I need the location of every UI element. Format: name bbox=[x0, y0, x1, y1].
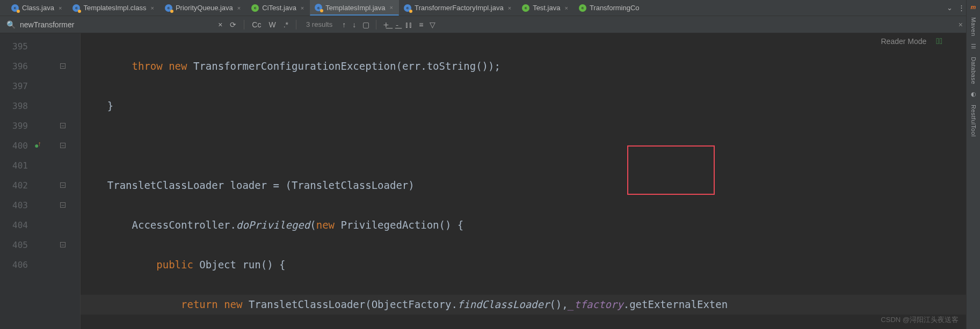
clear-search-icon[interactable]: × bbox=[218, 20, 222, 29]
database-icon[interactable]: ☰ bbox=[970, 43, 977, 50]
line-number: 400 bbox=[0, 136, 33, 156]
fold-start-icon[interactable]: – bbox=[60, 123, 66, 128]
java-class-icon: c bbox=[579, 4, 586, 12]
fold-end-icon[interactable]: – bbox=[60, 202, 66, 208]
tab-label: PriorityQueue.java bbox=[176, 4, 233, 12]
tab-label: TransformerFactoryImpl.java bbox=[415, 4, 504, 12]
line-number: 402 bbox=[0, 176, 33, 195]
editor: 395 396 397 398 399 400 401 402 403 404 … bbox=[0, 33, 980, 329]
tab-citest[interactable]: c CiTest.java × bbox=[246, 0, 310, 16]
tab-transformerfactoryimpl[interactable]: c TransformerFactoryImpl.java × bbox=[399, 0, 517, 16]
tab-label: Class.java bbox=[22, 4, 54, 12]
remove-selection-icon[interactable]: -͟ bbox=[396, 20, 398, 29]
whole-word-button[interactable]: W bbox=[268, 20, 275, 29]
reader-mode-label: Reader Mode bbox=[881, 37, 926, 46]
more-icon[interactable]: ⋮ bbox=[958, 4, 965, 12]
separator bbox=[296, 20, 296, 30]
maven-tool[interactable]: Maven bbox=[970, 17, 977, 36]
history-icon[interactable]: ⟳ bbox=[230, 20, 236, 29]
regex-button[interactable]: .* bbox=[284, 20, 288, 29]
line-number: 404 bbox=[0, 215, 33, 235]
fold-start-icon[interactable]: – bbox=[60, 143, 66, 148]
separator bbox=[244, 20, 244, 30]
tab-label: TransformingCo bbox=[590, 4, 640, 12]
close-icon[interactable]: × bbox=[236, 5, 242, 11]
restfultool-tool[interactable]: RestfulTool bbox=[970, 105, 977, 137]
line-number: 406 bbox=[0, 255, 33, 275]
find-bar: 🔍 × ⟳ Cc W .* 3 results ↑ ↓ ▢ +͟ -͟ ⫿⫿ ≡… bbox=[0, 16, 980, 33]
override-icon[interactable]: ● bbox=[34, 136, 42, 156]
reader-mode-toggle[interactable]: Reader Mode ✓⃝ bbox=[881, 36, 942, 46]
line-number: 398 bbox=[0, 96, 33, 116]
prev-match-icon[interactable]: ↑ bbox=[342, 20, 346, 29]
search-input[interactable] bbox=[20, 20, 214, 29]
tab-label: Test.java bbox=[533, 4, 560, 12]
line-number: 401 bbox=[0, 156, 33, 176]
tab-test[interactable]: c Test.java × bbox=[517, 0, 574, 16]
filter-icon[interactable]: ▽ bbox=[430, 20, 435, 29]
java-class-icon: c bbox=[315, 4, 322, 11]
chevron-down-icon[interactable]: ⌄ bbox=[947, 4, 953, 12]
line-number: 405 bbox=[0, 235, 33, 255]
line-number: 399 bbox=[0, 116, 33, 136]
tab-label: CiTest.java bbox=[262, 4, 296, 12]
java-class-icon: c bbox=[72, 4, 80, 12]
line-number: 403 bbox=[0, 195, 33, 215]
select-all-icon[interactable]: ▢ bbox=[362, 20, 369, 29]
line-number: 395 bbox=[0, 36, 33, 56]
maven-icon[interactable]: m bbox=[970, 3, 977, 11]
close-search-icon[interactable]: × bbox=[959, 20, 963, 29]
tab-bar: c Class.java × c TemplatesImpl.class × c… bbox=[0, 0, 980, 16]
close-icon[interactable]: × bbox=[57, 5, 63, 11]
database-tool[interactable]: Database bbox=[970, 57, 977, 84]
tab-label: TemplatesImpl.class bbox=[83, 4, 146, 12]
fold-gutter: – – ●– – – – bbox=[33, 33, 81, 329]
code-area[interactable]: throw new TransformerConfigurationExcept… bbox=[81, 33, 980, 329]
watermark: CSDN @浔阳江头夜送客 bbox=[881, 315, 959, 325]
match-case-button[interactable]: Cc bbox=[252, 20, 261, 29]
restful-icon[interactable]: ◐ bbox=[970, 91, 977, 98]
java-class-icon: c bbox=[11, 4, 19, 12]
select-all-occurrences-icon[interactable]: ⫿⫿ bbox=[405, 20, 412, 29]
tab-transformingco[interactable]: c TransformingCo bbox=[574, 0, 644, 16]
line-number: 396 bbox=[0, 56, 33, 76]
next-match-icon[interactable]: ↓ bbox=[352, 20, 356, 29]
fold-end-icon[interactable]: – bbox=[60, 63, 66, 69]
add-selection-icon[interactable]: +͟ bbox=[383, 20, 389, 29]
tab-label: TemplatesImpl.java bbox=[325, 4, 385, 12]
close-icon[interactable]: × bbox=[563, 5, 569, 11]
search-result-count: 3 results bbox=[303, 20, 336, 28]
java-class-icon: c bbox=[251, 4, 259, 12]
line-number: 397 bbox=[0, 76, 33, 96]
close-icon[interactable]: × bbox=[149, 5, 155, 11]
close-icon[interactable]: × bbox=[507, 5, 512, 11]
tab-templatesimpl-java[interactable]: c TemplatesImpl.java × bbox=[310, 0, 399, 16]
settings-icon[interactable]: ≡ bbox=[419, 20, 423, 29]
java-class-icon: c bbox=[522, 4, 529, 12]
tool-window-bar: m Maven ☰ Database ◐ RestfulTool bbox=[966, 0, 980, 329]
tab-class-java[interactable]: c Class.java × bbox=[6, 0, 68, 16]
java-class-icon: c bbox=[165, 4, 172, 12]
tab-priorityqueue[interactable]: c PriorityQueue.java × bbox=[160, 0, 246, 16]
fold-end-icon[interactable]: – bbox=[60, 182, 66, 188]
tab-templatesimpl-class[interactable]: c TemplatesImpl.class × bbox=[68, 0, 159, 16]
search-icon: 🔍 bbox=[6, 20, 16, 29]
java-class-icon: c bbox=[404, 4, 411, 12]
line-number-gutter: 395 396 397 398 399 400 401 402 403 404 … bbox=[0, 33, 33, 329]
close-icon[interactable]: × bbox=[389, 4, 394, 11]
separator bbox=[376, 20, 376, 30]
fold-start-icon[interactable]: – bbox=[60, 242, 66, 247]
checkmark-icon: ✓⃝ bbox=[936, 36, 942, 46]
close-icon[interactable]: × bbox=[300, 5, 305, 11]
